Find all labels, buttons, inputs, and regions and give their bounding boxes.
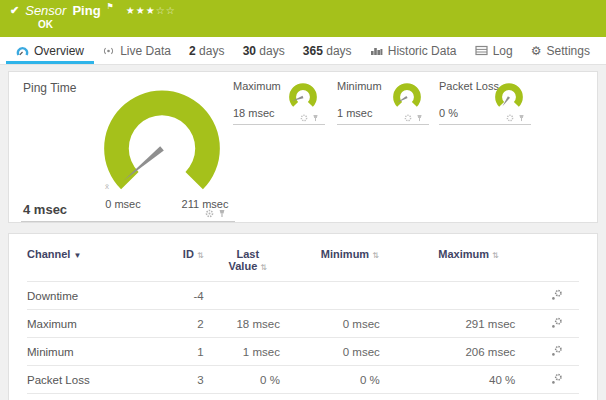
edit-channel-gear-icon[interactable] xyxy=(551,317,563,329)
sensor-name[interactable]: Ping xyxy=(72,3,100,18)
minimum-gauge xyxy=(387,81,427,113)
sensor-header: ✔ Sensor Ping ⚑ ★★★☆☆ OK xyxy=(0,0,606,37)
ping-time-value: 4 msec xyxy=(23,202,67,217)
channel-last-value: 4 msec xyxy=(204,394,292,400)
tab-bar: Overview Live Data 2 days 30 days 365 da… xyxy=(0,37,606,65)
sensor-type-label: Sensor xyxy=(25,3,66,18)
tab-log[interactable]: Log xyxy=(473,37,515,64)
channel-name[interactable]: Downtime xyxy=(27,282,154,310)
channel-id: -4 xyxy=(154,282,204,310)
channel-id: 2 xyxy=(154,310,204,338)
table-row[interactable]: Minimum 1 1 msec 0 msec 206 msec xyxy=(27,338,579,366)
channel-last-value: 1 msec xyxy=(204,338,292,366)
table-row[interactable]: Maximum 2 18 msec 0 msec 291 msec xyxy=(27,310,579,338)
bar-chart-icon xyxy=(370,45,383,57)
tab-label: days xyxy=(259,44,284,58)
pin-icon[interactable] xyxy=(416,114,423,122)
tab-label: Overview xyxy=(34,44,84,58)
tab-bold: 2 xyxy=(189,44,196,58)
gauge-toolbar xyxy=(300,114,319,122)
tab-overview[interactable]: Overview xyxy=(14,37,86,64)
channel-id: 3 xyxy=(154,366,204,394)
gauge-toolbar xyxy=(205,209,226,218)
gear-icon[interactable] xyxy=(300,114,308,122)
channel-name[interactable]: Maximum xyxy=(27,310,154,338)
sensor-status-badge: OK xyxy=(38,19,596,30)
live-broadcast-icon xyxy=(102,45,115,57)
maximum-gauge xyxy=(283,81,323,113)
gear-icon[interactable] xyxy=(205,209,214,218)
gear-icon[interactable] xyxy=(506,114,514,122)
channel-minimum: 0 % xyxy=(292,366,408,394)
tab-settings[interactable]: ⚙ Settings xyxy=(529,37,592,64)
channel-name[interactable]: Packet Loss xyxy=(27,366,154,394)
divider xyxy=(21,221,235,222)
pin-icon[interactable] xyxy=(218,209,226,218)
gauge-toolbar xyxy=(404,114,423,122)
gauge-icon xyxy=(16,45,29,57)
packet-loss-value: 0 % xyxy=(439,107,458,119)
tab-365-days[interactable]: 365 days xyxy=(301,37,354,64)
tab-label: days xyxy=(326,44,351,58)
channel-last-value: 18 msec xyxy=(204,310,292,338)
tab-bold: 30 xyxy=(243,44,256,58)
flag-icon[interactable]: ⚑ xyxy=(107,2,114,11)
column-header-channel[interactable]: Channel ▼ xyxy=(27,248,154,282)
channel-minimum: 0 msec xyxy=(292,394,408,400)
gauge-toolbar xyxy=(506,114,525,122)
tab-label: Settings xyxy=(547,44,590,58)
log-list-icon xyxy=(475,45,488,56)
edit-channel-gear-icon[interactable] xyxy=(551,289,563,301)
table-row[interactable]: Ping Time 0 4 msec 0 msec 211 msec xyxy=(27,394,579,400)
gauge-scale-min: 0 msec xyxy=(101,198,145,210)
column-header-minimum[interactable]: Minimum ⇅ xyxy=(292,248,408,282)
overview-content: Ping Time x̄ 0 msec 211 msec 4 msec Maxi… xyxy=(0,65,606,400)
tab-2-days[interactable]: 2 days xyxy=(187,37,226,64)
channel-last-value xyxy=(204,282,292,310)
tab-label: days xyxy=(199,44,224,58)
edit-channel-gear-icon[interactable] xyxy=(551,345,563,357)
tab-30-days[interactable]: 30 days xyxy=(241,37,287,64)
mini-gauge-maximum: Maximum 18 msec xyxy=(233,80,329,124)
packet-loss-gauge xyxy=(489,81,529,113)
priority-stars[interactable]: ★★★☆☆ xyxy=(126,5,176,16)
pin-icon[interactable] xyxy=(518,114,525,122)
stars-filled[interactable]: ★★★ xyxy=(126,5,156,16)
mini-gauge-packet-loss: Packet Loss 0 % xyxy=(439,80,535,124)
divider xyxy=(337,124,429,125)
tab-live-data[interactable]: Live Data xyxy=(100,37,173,64)
sort-icon: ⇅ xyxy=(260,263,267,272)
column-header-actions xyxy=(529,248,579,282)
stars-empty[interactable]: ☆☆ xyxy=(156,5,176,16)
tab-label: Historic Data xyxy=(388,44,457,58)
table-row[interactable]: Downtime -4 xyxy=(27,282,579,310)
pin-icon[interactable] xyxy=(312,114,319,122)
column-header-id[interactable]: ID ⇅ xyxy=(154,248,204,282)
edit-channel-gear-icon[interactable] xyxy=(551,373,563,385)
channel-maximum: 211 msec xyxy=(408,394,529,400)
channel-maximum: 291 msec xyxy=(408,310,529,338)
maximum-value: 18 msec xyxy=(233,107,275,119)
channel-name[interactable]: Minimum xyxy=(27,338,154,366)
channel-maximum xyxy=(408,282,529,310)
channel-minimum: 0 msec xyxy=(292,338,408,366)
table-row[interactable]: Packet Loss 3 0 % 0 % 40 % xyxy=(27,366,579,394)
channel-name[interactable]: Ping Time xyxy=(27,394,154,400)
sort-desc-icon: ▼ xyxy=(73,251,81,260)
channel-minimum xyxy=(292,282,408,310)
sort-icon: ⇅ xyxy=(372,251,379,260)
channel-maximum: 206 msec xyxy=(408,338,529,366)
column-header-maximum[interactable]: Maximum ⇅ xyxy=(408,248,529,282)
ping-time-gauge xyxy=(87,86,237,198)
main-gauge-title: Ping Time xyxy=(23,81,76,95)
tab-label: Live Data xyxy=(120,44,171,58)
gear-icon[interactable] xyxy=(404,114,412,122)
channel-last-value: 0 % xyxy=(204,366,292,394)
channel-id: 1 xyxy=(154,338,204,366)
sort-icon: ⇅ xyxy=(197,251,204,260)
gauges-panel: Ping Time x̄ 0 msec 211 msec 4 msec Maxi… xyxy=(8,71,598,223)
divider xyxy=(439,124,531,125)
column-header-last-value[interactable]: LastValue ⇅ xyxy=(204,248,292,282)
tab-historic-data[interactable]: Historic Data xyxy=(368,37,459,64)
channel-maximum: 40 % xyxy=(408,366,529,394)
